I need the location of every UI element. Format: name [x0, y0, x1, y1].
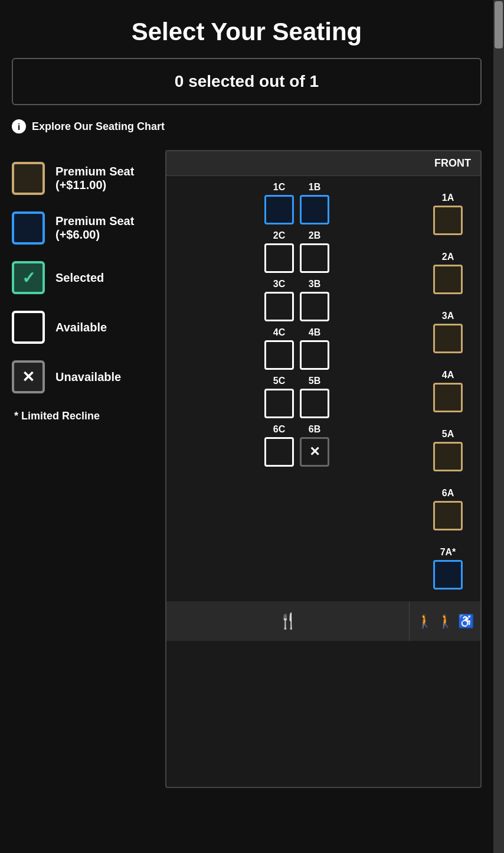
col-right: 1A 2A 3A 4A [421, 182, 474, 590]
seating-chart: FRONT 1C 1B [165, 150, 482, 788]
person2-icon: 🚶 [437, 614, 453, 629]
legend-label-available: Available [55, 321, 107, 334]
seat-5B[interactable]: 5B [300, 376, 329, 418]
info-icon: i [12, 119, 26, 134]
checkmark-icon: ✓ [22, 268, 35, 288]
seat-1B[interactable]: 1B [300, 182, 329, 224]
seat-4A[interactable]: 4A [433, 359, 463, 412]
seat-1C[interactable]: 1C [264, 182, 294, 224]
legend-seat-premium-blue [12, 211, 45, 245]
explore-link[interactable]: i Explore Our Seating Chart [12, 119, 482, 134]
legend-label-premium-blue: Premium Seat (+$6.00) [55, 214, 165, 242]
main-layout: Premium Seat (+$11.00) Premium Seat (+$6… [12, 150, 482, 788]
counter-box: 0 selected out of 1 [12, 58, 482, 105]
row-2-left: 2C 2B [172, 230, 421, 273]
counter-text: 0 selected out of 1 [175, 72, 319, 90]
row-1-left: 1C 1B [172, 182, 421, 224]
seat-1A[interactable]: 1A [433, 182, 463, 235]
seat-5C[interactable]: 5C [264, 376, 294, 418]
unavail-x-icon: ✕ [309, 444, 320, 460]
chart-footer: 🍴 🚶 🚶 ♿ [166, 601, 480, 641]
seat-3B[interactable]: 3B [300, 279, 329, 321]
explore-label: Explore Our Seating Chart [32, 121, 165, 133]
row-5-left: 5C 5B [172, 376, 421, 418]
limited-recline-label: * Limited Recline [12, 410, 165, 422]
seat-6A[interactable]: 6A [433, 477, 463, 530]
person1-icon: 🚶 [417, 614, 433, 629]
chart-header: FRONT [166, 151, 480, 176]
legend-item-selected: ✓ Selected [12, 261, 165, 294]
legend-seat-selected: ✓ [12, 261, 45, 294]
legend-item-available: Available [12, 311, 165, 344]
page-title: Select Your Seating [12, 0, 482, 58]
legend-seat-available [12, 311, 45, 344]
seat-6C[interactable]: 6C [264, 424, 294, 467]
legend-seat-premium-tan [12, 162, 45, 195]
legend-label-unavailable: Unavailable [55, 370, 121, 384]
seat-3A[interactable]: 3A [433, 300, 463, 353]
seat-2A[interactable]: 2A [433, 241, 463, 294]
row-4-left: 4C 4B [172, 327, 421, 370]
footer-food-icon: 🍴 [166, 601, 410, 641]
seat-3C[interactable]: 3C [264, 279, 294, 321]
row-3-left: 3C 3B [172, 279, 421, 321]
legend-label-selected: Selected [55, 271, 104, 285]
legend-item-premium-tan: Premium Seat (+$11.00) [12, 162, 165, 195]
footer-accessibility-icons: 🚶 🚶 ♿ [410, 601, 480, 641]
legend-seat-unavailable: ✕ [12, 360, 45, 393]
seat-5A[interactable]: 5A [433, 418, 463, 471]
wheelchair-icon: ♿ [458, 614, 474, 629]
col-left: 1C 1B 2C [172, 182, 421, 590]
seat-2C[interactable]: 2C [264, 230, 294, 273]
x-icon: ✕ [22, 368, 35, 386]
seat-4B[interactable]: 4B [300, 327, 329, 370]
legend-item-unavailable: ✕ Unavailable [12, 360, 165, 393]
seat-2B[interactable]: 2B [300, 230, 329, 273]
legend-label-premium-tan: Premium Seat (+$11.00) [55, 165, 165, 192]
row-7-left [172, 473, 421, 514]
row-6-left: 6C 6B ✕ [172, 424, 421, 467]
legend-item-premium-blue: Premium Seat (+$6.00) [12, 211, 165, 245]
seat-4C[interactable]: 4C [264, 327, 294, 370]
seat-7A[interactable]: 7A* [433, 536, 463, 590]
chart-columns: 1C 1B 2C [166, 176, 480, 595]
seat-6B: 6B ✕ [300, 424, 329, 467]
legend: Premium Seat (+$11.00) Premium Seat (+$6… [12, 150, 165, 422]
